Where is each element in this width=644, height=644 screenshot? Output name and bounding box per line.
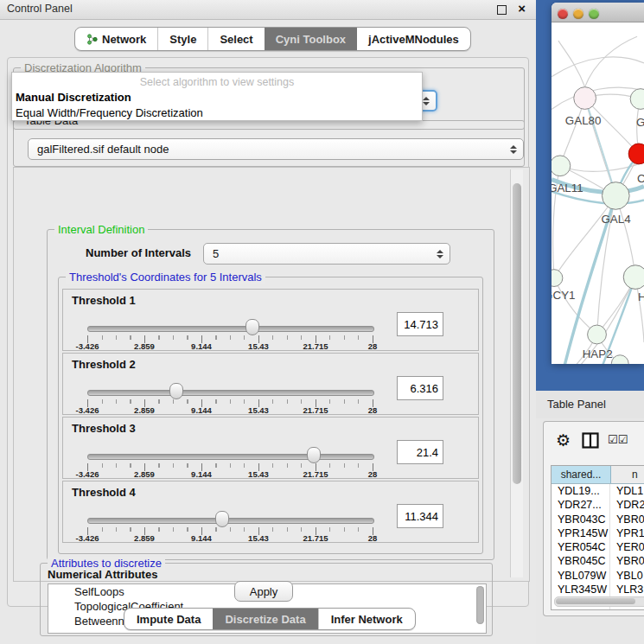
popup-item-equal-width-frequency[interactable]: Equal Width/Frequency Discretization — [12, 105, 422, 121]
table-row[interactable]: YER054C YER0 — [552, 540, 644, 554]
table-row[interactable]: YDR27... YDR2 — [552, 498, 644, 512]
column-header-name[interactable]: n — [611, 466, 644, 483]
table-data-combobox[interactable]: galFiltered.sif default node — [28, 138, 524, 160]
tab-jactivemnodules[interactable]: jActiveMNodules — [357, 28, 470, 50]
algorithm-popup-prompt: Select algorithm to view settings — [12, 73, 422, 90]
zoom-traffic-light[interactable] — [589, 9, 599, 19]
close-traffic-light[interactable] — [558, 9, 568, 19]
scrollbar-thumb[interactable] — [513, 183, 521, 484]
threshold-2-slider-thumb[interactable] — [169, 383, 183, 399]
tab-network[interactable]: Network — [75, 28, 157, 50]
number-of-intervals-label: Number of Intervals — [86, 246, 191, 259]
network-node-label: GAL11 — [552, 182, 583, 194]
list-scrollbar[interactable] — [476, 586, 484, 624]
cell-name[interactable]: YBR0 — [610, 554, 644, 568]
network-node[interactable] — [623, 265, 644, 290]
threshold-4-slider-thumb[interactable] — [215, 511, 229, 527]
tab-impute-data[interactable]: Impute Data — [124, 609, 213, 629]
table-row[interactable]: YBR043C YBR0 — [552, 513, 644, 526]
tick-label: 9.144 — [191, 341, 212, 351]
window-title: Control Panel — [7, 3, 73, 15]
threshold-1-slider-thumb[interactable] — [245, 319, 259, 335]
interval-definition-group: Interval Definition Number of Intervals … — [47, 229, 494, 560]
cell-shared-name[interactable]: YPR145W — [552, 526, 610, 540]
number-of-intervals-combobox[interactable]: 5 — [203, 243, 450, 265]
table-rows: YDL19... YDL1 YDR27... YDR2 YBR043C YBR0 — [552, 484, 644, 610]
network-node[interactable] — [630, 89, 644, 110]
tick-label: 21.715 — [303, 405, 328, 415]
threshold-4-slider-track[interactable] — [87, 518, 374, 524]
cell-name[interactable]: YPR1 — [610, 526, 644, 540]
network-node[interactable] — [552, 270, 563, 287]
tab-infer-network[interactable]: Infer Network — [318, 609, 415, 629]
network-graph[interactable]: GAL80GACGAL11GAL4GCY1HHAP2 — [552, 22, 644, 364]
network-node[interactable] — [574, 87, 596, 110]
tick-label: 2.859 — [134, 469, 155, 479]
network-node[interactable] — [588, 325, 607, 344]
minimize-traffic-light[interactable] — [573, 9, 583, 19]
cell-name[interactable]: YDL1 — [610, 484, 644, 498]
numerical-attributes-label: Numerical Attributes — [48, 568, 157, 581]
threshold-3-value-field[interactable]: 21.4 — [397, 440, 443, 464]
thresholds-group: Threshold's Coordinates for 5 Intervals … — [58, 277, 483, 554]
popup-item-manual-discretization[interactable]: Manual Discretization — [12, 90, 422, 105]
control-panel-tabs: Network Style Select Cyni Toolbox jActiv… — [74, 27, 471, 51]
cyni-toolbox-panel: Discretization Algorithm Table Data galF… — [7, 57, 529, 607]
tick-label: 21.715 — [303, 469, 328, 479]
threshold-3-slider-thumb[interactable] — [307, 447, 321, 463]
table-panel: ⚙ ☑☑ shared... n YDL19... YDL1 — [543, 421, 644, 616]
combobox-arrows-icon — [510, 145, 517, 154]
threshold-1-label: Threshold 1 — [72, 294, 136, 307]
table-horizontal-scrollbar[interactable] — [554, 596, 644, 607]
threshold-3-slider-track[interactable] — [87, 454, 374, 460]
slider-tick-labels: -3.4262.8599.14415.4321.71528 — [87, 533, 373, 544]
table-row[interactable]: YBR045C YBR0 — [552, 554, 644, 568]
cell-shared-name[interactable]: YLR345W — [552, 583, 610, 596]
close-icon[interactable]: × — [518, 1, 526, 16]
settings-vertical-scrollbar[interactable] — [510, 169, 523, 577]
network-node[interactable] — [552, 156, 571, 176]
combobox-arrows-icon — [437, 250, 443, 258]
cell-name[interactable]: YDR2 — [610, 498, 644, 512]
tick-label: 15.43 — [248, 341, 269, 351]
table-row[interactable]: YLR345W YLR3 — [552, 583, 644, 596]
column-header-shared-name[interactable]: shared... — [552, 466, 611, 483]
show-columns-checkbox-icons[interactable]: ☑☑ — [608, 433, 628, 446]
threshold-4-value-field[interactable]: 11.344 — [397, 504, 443, 528]
tick-label: -3.426 — [76, 405, 99, 415]
threshold-1-value-field[interactable]: 14.713 — [397, 312, 443, 336]
node-table: shared... n YDL19... YDL1 YDR27... YDR2 — [551, 465, 644, 610]
tick-label: 28 — [368, 469, 378, 479]
cell-name[interactable]: YBR0 — [610, 513, 644, 526]
cell-shared-name[interactable]: YER054C — [552, 540, 610, 554]
cell-shared-name[interactable]: YDR27... — [552, 498, 610, 512]
network-node[interactable] — [628, 143, 644, 164]
tab-discretize-data[interactable]: Discretize Data — [213, 609, 317, 629]
tab-cyni-toolbox[interactable]: Cyni Toolbox — [265, 28, 357, 50]
table-row[interactable]: YDL19... YDL1 — [552, 484, 644, 498]
cell-name[interactable]: YBL0 — [610, 569, 644, 583]
cell-name[interactable]: YER0 — [610, 540, 644, 554]
float-window-icon[interactable] — [497, 5, 507, 15]
network-node[interactable] — [602, 182, 629, 210]
cell-shared-name[interactable]: YBR045C — [552, 554, 610, 568]
network-canvas-area[interactable]: GAL80GACGAL11GAL4GCY1HHAP2 — [552, 22, 644, 364]
apply-button[interactable]: Apply — [234, 581, 293, 602]
threshold-2-value-field[interactable]: 6.316 — [397, 376, 443, 400]
network-node-label: GCY1 — [552, 289, 575, 302]
cell-shared-name[interactable]: YDL19... — [552, 484, 610, 498]
cell-shared-name[interactable]: YBR043C — [552, 513, 610, 526]
scrollbar-thumb[interactable] — [556, 598, 635, 604]
network-node-label: C — [637, 172, 644, 185]
gear-icon[interactable]: ⚙ — [556, 430, 571, 450]
network-node[interactable] — [611, 355, 628, 364]
cell-name[interactable]: YLR3 — [610, 583, 644, 596]
threshold-2-slider-track[interactable] — [87, 390, 374, 396]
table-row[interactable]: YBL079W YBL0 — [552, 569, 644, 583]
table-row[interactable]: YPR145W YPR1 — [552, 526, 644, 540]
tab-style[interactable]: Style — [157, 28, 207, 50]
tab-select[interactable]: Select — [207, 28, 264, 50]
split-columns-icon[interactable] — [582, 432, 599, 449]
threshold-1-slider-track[interactable] — [87, 326, 374, 332]
cell-shared-name[interactable]: YBL079W — [552, 569, 610, 583]
